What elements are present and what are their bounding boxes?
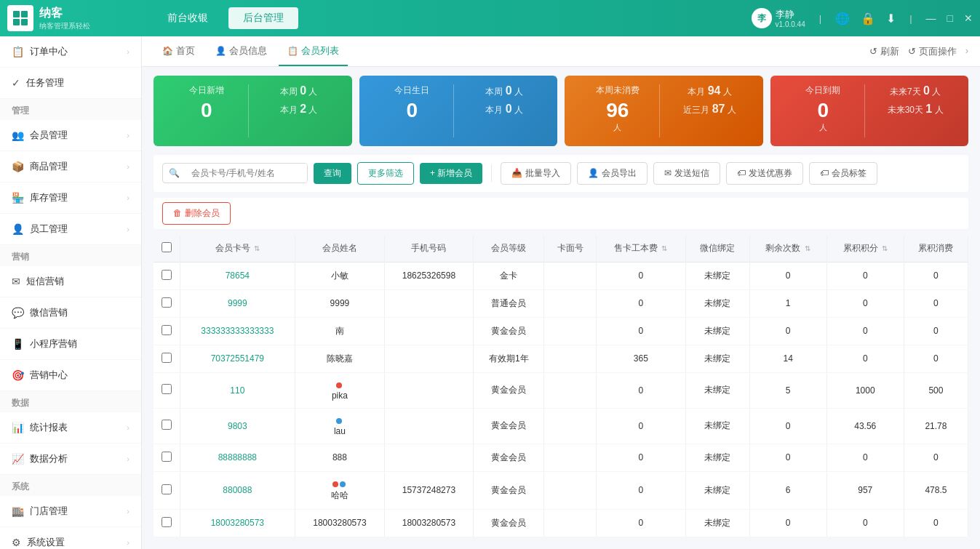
sep2: | [909, 13, 912, 24]
lock-icon[interactable]: 🔒 [861, 12, 875, 25]
th-card-no: 会员卡号 ⇅ [180, 235, 295, 263]
sort-remaining-icon[interactable]: ⇅ [805, 244, 810, 252]
row-phone [384, 289, 474, 317]
member-info-icon: 👤 [215, 46, 226, 56]
tab-home[interactable]: 🏠 首页 [154, 36, 204, 66]
row-checkbox-6[interactable] [162, 452, 172, 462]
table-row: 9803lau黄金会员0未绑定043.5621.78 [154, 408, 968, 444]
task-icon: ✓ [12, 77, 20, 89]
row-sell-cost: 0 [597, 372, 685, 408]
minimize-btn[interactable]: — [926, 12, 936, 24]
filter-button[interactable]: 更多筛选 [357, 162, 414, 185]
stat-no-consume: 本周未消费 96 人 本月 94 人 近三月 87 人 [565, 76, 763, 146]
row-checkbox-5[interactable] [162, 420, 172, 430]
page-op-label: 页面操作 [919, 45, 957, 58]
page-op-action[interactable]: ↺ 页面操作 [908, 45, 957, 58]
row-checkbox-cell [154, 509, 180, 537]
row-checkbox-7[interactable] [162, 484, 172, 494]
search-button[interactable]: 查询 [314, 163, 351, 184]
sidebar-item-task-mgmt[interactable]: ✓ 任务管理 [0, 68, 141, 99]
sms-button[interactable]: ✉ 发送短信 [653, 162, 720, 185]
row-sell-cost: 0 [597, 471, 685, 509]
user-name: 李静 [776, 8, 805, 21]
row-checkbox-0[interactable] [162, 270, 172, 280]
table-row: 70372551479陈晓嘉有效期1年365未绑定1400 [154, 345, 968, 372]
sidebar-item-member-mgmt[interactable]: 👥 会员管理 › [0, 120, 141, 151]
row-card-no[interactable]: 333333333333333 [180, 317, 295, 345]
stat-expiring-unit: 人 [782, 122, 865, 133]
sidebar-label-marketing: 营销中心 [30, 369, 68, 382]
select-all-checkbox[interactable] [162, 242, 172, 252]
tag-button[interactable]: 🏷 会员标签 [809, 162, 877, 185]
sidebar-label-analysis: 数据分析 [30, 452, 68, 465]
row-checkbox-1[interactable] [162, 297, 172, 308]
delete-member-button[interactable]: 🗑 删除会员 [162, 202, 231, 225]
row-checkbox-3[interactable] [162, 353, 172, 363]
sidebar-section-system: 系统 [0, 475, 141, 496]
sidebar-item-analysis[interactable]: 📈 数据分析 › [0, 444, 141, 475]
refresh-action[interactable]: ↺ 刷新 [869, 45, 899, 58]
row-card-no[interactable]: 9999 [180, 289, 295, 317]
row-checkbox-cell [154, 289, 180, 317]
row-card-no[interactable]: 110 [180, 372, 295, 408]
row-card-no[interactable]: 70372551479 [180, 345, 295, 372]
import-button[interactable]: 📥 批量导入 [501, 162, 571, 185]
row-card-no[interactable]: 78654 [180, 262, 295, 289]
table-row: 99999999普通会员0未绑定100 [154, 289, 968, 317]
row-consume: 0 [904, 262, 968, 289]
download-icon[interactable]: ⬇ [886, 12, 896, 25]
row-card-no[interactable]: 88888888 [180, 444, 295, 471]
sort-card-no-icon[interactable]: ⇅ [254, 244, 260, 252]
sidebar-item-sysconfig[interactable]: ⚙ 系统设置 › [0, 527, 141, 549]
sidebar-item-order-center[interactable]: 📋 订单中心 › [0, 36, 141, 68]
breadcrumb-bar: 🏠 首页 👤 会员信息 📋 会员列表 ↺ 刷新 ↺ [142, 36, 980, 67]
row-points: 0 [826, 289, 904, 317]
row-points: 957 [826, 471, 904, 509]
sidebar-label-member: 会员管理 [30, 129, 68, 142]
row-name: pika [295, 372, 385, 408]
tab-member-info[interactable]: 👤 会员信息 [207, 36, 276, 66]
page-op-icon: ↺ [908, 46, 916, 57]
export-button[interactable]: 👤 会员导出 [577, 162, 648, 185]
expand-icon: › [965, 45, 968, 58]
sidebar-item-store[interactable]: 🏬 门店管理 › [0, 496, 141, 527]
coupon-button[interactable]: 🏷 发送优惠券 [726, 162, 803, 185]
sidebar-item-marketing-center[interactable]: 🎯 营销中心 [0, 360, 141, 391]
row-wechat: 未绑定 [685, 317, 749, 345]
row-level: 黄金会员 [474, 408, 544, 444]
row-card-no[interactable]: 880088 [180, 471, 295, 509]
sidebar-item-stats[interactable]: 📊 统计报表 › [0, 412, 141, 444]
sidebar-item-goods-mgmt[interactable]: 📦 商品管理 › [0, 151, 141, 183]
chevron-icon-member: › [127, 131, 130, 140]
maximize-btn[interactable]: □ [947, 12, 953, 24]
add-member-button[interactable]: + 新增会员 [420, 163, 482, 184]
th-points-label: 累积积分 [843, 243, 878, 253]
nav-backend[interactable]: 后台管理 [228, 7, 298, 29]
sidebar-item-inventory-mgmt[interactable]: 🏪 库存管理 › [0, 183, 141, 214]
row-points: 0 [826, 345, 904, 372]
row-checkbox-2[interactable] [162, 325, 172, 335]
nav-frontend[interactable]: 前台收银 [153, 7, 223, 29]
row-card-no[interactable]: 18003280573 [180, 509, 295, 537]
row-checkbox-4[interactable] [162, 384, 172, 394]
search-input[interactable] [186, 164, 307, 183]
sidebar-item-staff-mgmt[interactable]: 👤 员工管理 › [0, 214, 141, 245]
tag-icon: 🏷 [820, 168, 829, 178]
sidebar-item-miniapp[interactable]: 📱 小程序营销 [0, 329, 141, 360]
main-area: 🏠 首页 👤 会员信息 📋 会员列表 ↺ 刷新 ↺ [142, 36, 980, 549]
sidebar-item-wechat[interactable]: 💬 微信营销 [0, 297, 141, 329]
row-card-face [544, 317, 597, 345]
sort-points-icon[interactable]: ⇅ [882, 244, 888, 252]
row-phone [384, 372, 474, 408]
miniapp-icon: 📱 [12, 338, 24, 350]
refresh-label: 刷新 [880, 45, 899, 58]
sidebar-item-sms[interactable]: ✉ 短信营销 [0, 266, 141, 297]
close-btn[interactable]: ✕ [964, 12, 973, 24]
row-card-no[interactable]: 9803 [180, 408, 295, 444]
globe-icon[interactable]: 🌐 [835, 12, 850, 25]
row-checkbox-8[interactable] [162, 517, 172, 527]
sort-sell-cost-icon[interactable]: ⇅ [661, 244, 667, 252]
sysconfig-icon: ⚙ [12, 537, 21, 548]
tab-member-list[interactable]: 📋 会员列表 [279, 36, 348, 66]
row-wechat: 未绑定 [685, 471, 749, 509]
